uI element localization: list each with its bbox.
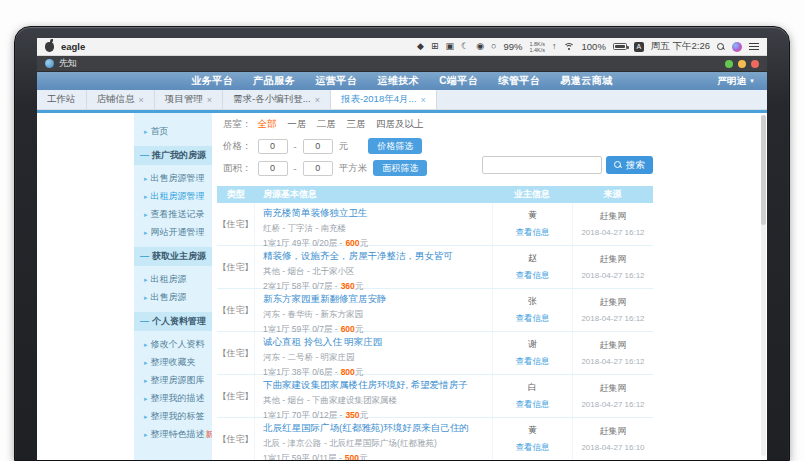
triangle-bullet-icon: ▸ bbox=[144, 128, 148, 135]
sidebar-group-header[interactable]: —个人资料管理 bbox=[134, 312, 212, 331]
top-nav-item[interactable]: C端平台 bbox=[439, 74, 478, 88]
tab[interactable]: 工作站 bbox=[37, 90, 87, 109]
circle-icon[interactable]: ○ bbox=[491, 42, 496, 51]
sidebar-item[interactable]: ▸整理房源图库 bbox=[134, 371, 212, 389]
triangle-bullet-icon: ▸ bbox=[144, 431, 148, 438]
top-nav-item[interactable]: 业务平台 bbox=[191, 74, 233, 88]
droplet-icon[interactable]: ◆ bbox=[417, 42, 424, 51]
sidebar-item[interactable]: ▸整理我的标签 bbox=[134, 407, 212, 425]
sidebar-item[interactable]: ▸修改个人资料 bbox=[134, 335, 212, 353]
input-method-icon[interactable]: A bbox=[634, 42, 644, 52]
listing-title-link[interactable]: 南充楼简单装修独立卫生 bbox=[263, 207, 492, 220]
area-max-input[interactable] bbox=[303, 161, 333, 176]
top-nav-item[interactable]: 产品服务 bbox=[253, 74, 295, 88]
cloud-sync-icon[interactable]: ⊞ bbox=[431, 42, 439, 51]
table-row: 【住宅】 下曲家建设集团家属楼住房环境好, 希望爱惜房子 其他 - 烟台 - 下… bbox=[217, 375, 653, 418]
view-owner-info-link[interactable]: 查看信息 bbox=[493, 399, 572, 411]
user-name: 严明迪 bbox=[718, 75, 747, 88]
eye-icon[interactable]: ◉ bbox=[476, 42, 484, 51]
apple-menu-icon[interactable] bbox=[45, 42, 54, 52]
tab[interactable]: 项目管理 × bbox=[155, 90, 223, 109]
tab[interactable]: 店铺信息 × bbox=[87, 90, 155, 109]
price-filter-button[interactable]: 价格筛选 bbox=[368, 138, 422, 154]
listing-title-link[interactable]: 新东方家园重新翻修宜居安静 bbox=[263, 293, 492, 306]
tab-close-icon[interactable]: × bbox=[139, 95, 144, 105]
sidebar-group-header[interactable]: —推广我的房源 bbox=[134, 146, 212, 165]
siri-icon[interactable] bbox=[732, 42, 742, 52]
price-min-input[interactable] bbox=[258, 139, 288, 154]
monitor-bezel: eagle ◆ ⊞ ▣ ☾ ◉ ○ 99% 1.8K/s 1.4K/s ↑ bbox=[14, 26, 790, 461]
sidebar-item[interactable]: ▸查看推送记录 bbox=[134, 205, 212, 223]
rooms-filter-option[interactable]: 全部 bbox=[258, 118, 277, 129]
minimize-window-button[interactable] bbox=[738, 60, 746, 68]
rooms-filter-option[interactable]: 一居 bbox=[287, 118, 306, 129]
view-owner-info-link[interactable]: 查看信息 bbox=[493, 227, 572, 239]
sidebar-item-label: 首页 bbox=[151, 126, 169, 136]
sidebar-item[interactable]: ▸首页 bbox=[134, 122, 212, 140]
network-speed-indicator[interactable]: 1.8K/s 1.4K/s bbox=[529, 41, 545, 53]
col-header-info[interactable]: 房源基本信息 bbox=[255, 188, 492, 201]
window-icon[interactable]: ▣ bbox=[446, 42, 455, 51]
scrollbar-thumb[interactable] bbox=[761, 115, 766, 225]
upload-arrow-icon[interactable]: ↑ bbox=[552, 42, 557, 51]
battery-icon[interactable] bbox=[613, 43, 627, 50]
view-owner-info-link[interactable]: 查看信息 bbox=[493, 442, 572, 454]
sidebar-item[interactable]: ▸整理特色描述新 bbox=[134, 425, 212, 443]
top-nav-item[interactable]: 运营平台 bbox=[315, 74, 357, 88]
tab[interactable]: 报表-2018年4月... × bbox=[331, 90, 437, 109]
tab[interactable]: 需求-各小编刊登... × bbox=[223, 90, 331, 109]
tab-close-icon[interactable]: × bbox=[315, 95, 320, 105]
area-unit-label: 平方米 bbox=[339, 162, 368, 175]
area-filter-button[interactable]: 面积筛选 bbox=[373, 160, 427, 176]
page-scrollbar[interactable] bbox=[761, 115, 766, 456]
sidebar-group-header[interactable]: —获取业主房源 bbox=[134, 247, 212, 266]
notification-center-icon[interactable] bbox=[749, 43, 759, 50]
listing-title-link[interactable]: 北辰红星国际广场(红都雅苑)环境好原来自己住的 bbox=[263, 422, 492, 435]
price-filter: 价格： - 元 价格筛选 bbox=[223, 138, 653, 154]
sidebar-item[interactable]: ▸出租房源管理 bbox=[134, 187, 212, 205]
col-header-owner[interactable]: 业主信息 bbox=[492, 188, 572, 201]
listing-type: 【住宅】 bbox=[217, 418, 255, 460]
col-header-source[interactable]: 来源 bbox=[572, 188, 653, 201]
view-owner-info-link[interactable]: 查看信息 bbox=[493, 356, 572, 368]
listing-title-link[interactable]: 下曲家建设集团家属楼住房环境好, 希望爱惜房子 bbox=[263, 379, 492, 392]
col-header-type[interactable]: 类型 bbox=[217, 188, 255, 201]
listing-location: 红桥 - 丁字沽 - 南充楼 bbox=[263, 223, 492, 235]
collapse-icon: — bbox=[140, 316, 149, 326]
listing-title-link[interactable]: 诚心直租 拎包入住 明家庄园 bbox=[263, 336, 492, 349]
sidebar-item[interactable]: ▸出租房源 bbox=[134, 270, 212, 288]
rooms-filter-option[interactable]: 三居 bbox=[346, 118, 365, 129]
active-app-name[interactable]: eagle bbox=[61, 41, 85, 52]
owner-name: 黄 bbox=[528, 425, 537, 435]
price-max-input[interactable] bbox=[303, 139, 333, 154]
rooms-filter-option[interactable]: 四居及以上 bbox=[376, 118, 424, 129]
sidebar-item[interactable]: ▸出售房源管理 bbox=[134, 169, 212, 187]
sidebar-item[interactable]: ▸网站开通管理 bbox=[134, 223, 212, 241]
menubar-clock[interactable]: 周五 下午2:26 bbox=[651, 40, 710, 53]
view-owner-info-link[interactable]: 查看信息 bbox=[493, 270, 572, 282]
moon-icon[interactable]: ☾ bbox=[461, 42, 469, 51]
view-owner-info-link[interactable]: 查看信息 bbox=[493, 313, 572, 325]
top-nav-item[interactable]: 运维技术 bbox=[377, 74, 419, 88]
tab-close-icon[interactable]: × bbox=[207, 95, 212, 105]
rooms-filter-option[interactable]: 二居 bbox=[317, 118, 336, 129]
sidebar-item[interactable]: ▸出售房源 bbox=[134, 288, 212, 306]
top-nav-item[interactable]: 综管平台 bbox=[498, 74, 540, 88]
search-button[interactable]: 搜索 bbox=[606, 156, 653, 174]
spotlight-search-icon[interactable] bbox=[717, 43, 725, 51]
sidebar-item-label: 整理收藏夹 bbox=[151, 357, 196, 367]
search-input[interactable] bbox=[482, 156, 602, 174]
close-window-button[interactable] bbox=[751, 60, 759, 68]
sidebar-item[interactable]: ▸整理我的描述 bbox=[134, 389, 212, 407]
wifi-icon[interactable] bbox=[564, 43, 575, 51]
battery-app-percent[interactable]: 99% bbox=[503, 41, 522, 52]
zoom-window-button[interactable] bbox=[725, 60, 733, 68]
top-nav-item[interactable]: 易遨云商城 bbox=[560, 74, 613, 88]
tab-close-icon[interactable]: × bbox=[420, 95, 425, 105]
sidebar-item-label: 出售房源 bbox=[151, 292, 187, 302]
user-menu[interactable]: 严明迪 ▼ bbox=[718, 72, 755, 90]
listing-title-link[interactable]: 精装修，设施齐全，房屋干净整洁，男女皆可 bbox=[263, 250, 492, 263]
sidebar-item[interactable]: ▸整理收藏夹 bbox=[134, 353, 212, 371]
range-dash: - bbox=[294, 163, 297, 174]
area-min-input[interactable] bbox=[258, 161, 288, 176]
